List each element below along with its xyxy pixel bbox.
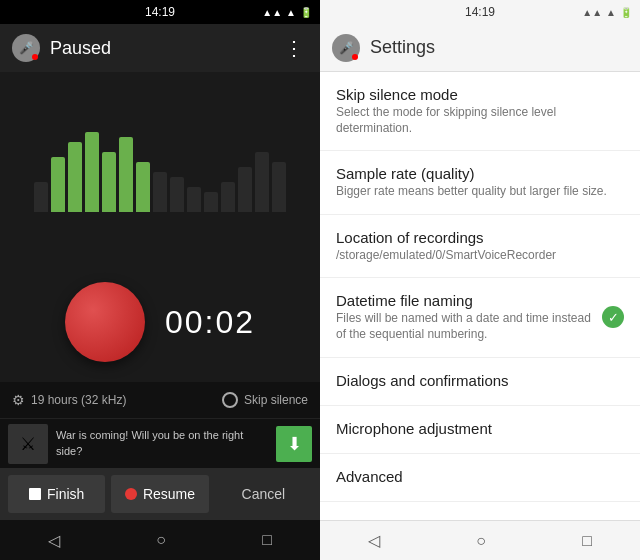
finish-button[interactable]: Finish (8, 475, 105, 513)
setting-item-skip-silence-mode[interactable]: Skip silence modeSelect the mode for ski… (320, 72, 640, 151)
signal-icon: ▲▲ (262, 7, 282, 18)
paused-title: Paused (50, 38, 280, 59)
setting-desc: /storage/emulated/0/SmartVoiceRecorder (336, 248, 624, 264)
nav-bar-left: ◁ ○ □ (0, 520, 320, 560)
vis-bar (170, 177, 184, 212)
skip-silence-label: Skip silence (244, 393, 308, 407)
setting-desc: Bigger rate means better quality but lar… (336, 184, 624, 200)
setting-name: Microphone adjustment (336, 420, 624, 437)
vis-bar (272, 162, 286, 212)
setting-item-dialogs-and-confirmations[interactable]: Dialogs and confirmations (320, 358, 640, 406)
recents-button-right[interactable]: □ (582, 532, 592, 550)
status-icons-left: ▲▲ ▲ 🔋 (262, 7, 312, 18)
record-button[interactable] (65, 282, 145, 362)
vis-bar (221, 182, 235, 212)
vis-bar (34, 182, 48, 212)
storage-info: ⚙ 19 hours (32 kHz) (12, 392, 126, 408)
vis-bar (68, 142, 82, 212)
setting-item-sample-rate-(quality)[interactable]: Sample rate (quality)Bigger rate means b… (320, 151, 640, 215)
settings-list: Skip silence modeSelect the mode for ski… (320, 72, 640, 520)
action-bar: Finish Resume Cancel (0, 468, 320, 520)
wifi-icon: ▲ (286, 7, 296, 18)
visualizer-area (0, 72, 320, 262)
right-status-time: 14:19 (465, 5, 495, 19)
setting-name: Skip silence mode (336, 86, 624, 103)
top-bar-right: 🎤 Settings (320, 24, 640, 72)
skip-silence-toggle[interactable] (222, 392, 238, 408)
setting-desc: Files will be named with a date and time… (336, 311, 602, 342)
left-panel: 14:19 ▲▲ ▲ 🔋 🎤 Paused ⋮ 00:02 ⚙ 19 hours… (0, 0, 320, 560)
record-timer-area: 00:02 (0, 262, 320, 382)
vis-bar (238, 167, 252, 212)
notification-thumbnail: ⚔ (8, 424, 48, 464)
info-bar: ⚙ 19 hours (32 kHz) Skip silence (0, 382, 320, 418)
left-status-time: 14:19 (145, 5, 175, 19)
setting-item-advanced[interactable]: Advanced (320, 454, 640, 502)
cancel-button[interactable]: Cancel (215, 475, 312, 513)
nav-bar-right: ◁ ○ □ (320, 520, 640, 560)
signal-icon-right: ▲▲ (582, 7, 602, 18)
top-bar-left: 🎤 Paused ⋮ (0, 24, 320, 72)
storage-text: 19 hours (32 kHz) (31, 393, 126, 407)
download-icon[interactable]: ⬇ (276, 426, 312, 462)
vis-bar (187, 187, 201, 212)
status-bar-right: 14:19 ▲▲ ▲ 🔋 (320, 0, 640, 24)
vis-bar (153, 172, 167, 212)
mic-icon-right: 🎤 (332, 34, 360, 62)
visualizer (34, 122, 286, 212)
vis-bar (204, 192, 218, 212)
setting-name: Dialogs and confirmations (336, 372, 624, 389)
resume-button[interactable]: Resume (111, 475, 208, 513)
setting-item-datetime-file-naming[interactable]: Datetime file namingFiles will be named … (320, 278, 640, 357)
setting-item-location-of-recordings[interactable]: Location of recordings/storage/emulated/… (320, 215, 640, 279)
home-button[interactable]: ○ (156, 531, 166, 549)
settings-title: Settings (370, 37, 435, 58)
vis-bar (51, 157, 65, 212)
right-panel: 14:19 ▲▲ ▲ 🔋 🎤 Settings Skip silence mod… (320, 0, 640, 560)
finish-square (29, 488, 41, 500)
vis-bar (85, 132, 99, 212)
setting-name: Location of recordings (336, 229, 624, 246)
home-button-right[interactable]: ○ (476, 532, 486, 550)
status-icons-right: ▲▲ ▲ 🔋 (582, 7, 632, 18)
setting-name: Advanced (336, 468, 624, 485)
timer-display: 00:02 (165, 304, 255, 341)
setting-name: Datetime file naming (336, 292, 602, 309)
vis-bar (255, 152, 269, 212)
skip-silence[interactable]: Skip silence (222, 392, 308, 408)
checkmark-icon: ✓ (602, 306, 624, 328)
wifi-icon-right: ▲ (606, 7, 616, 18)
back-button-right[interactable]: ◁ (368, 531, 380, 550)
setting-item-microphone-adjustment[interactable]: Microphone adjustment (320, 406, 640, 454)
vis-bar (136, 162, 150, 212)
vis-bar (119, 137, 133, 212)
more-menu-button[interactable]: ⋮ (280, 32, 308, 64)
recents-button[interactable]: □ (262, 531, 272, 549)
setting-desc: Select the mode for skipping silence lev… (336, 105, 624, 136)
notification-bar[interactable]: ⚔ War is coming! Will you be on the righ… (0, 418, 320, 468)
status-bar-left: 14:19 ▲▲ ▲ 🔋 (0, 0, 320, 24)
battery-icon-right: 🔋 (620, 7, 632, 18)
vis-bar (102, 152, 116, 212)
back-button[interactable]: ◁ (48, 531, 60, 550)
setting-name: Sample rate (quality) (336, 165, 624, 182)
mic-icon: 🎤 (12, 34, 40, 62)
resume-record-dot (125, 488, 137, 500)
battery-icon: 🔋 (300, 7, 312, 18)
notification-text: War is coming! Will you be on the right … (56, 428, 268, 459)
storage-icon: ⚙ (12, 392, 25, 408)
